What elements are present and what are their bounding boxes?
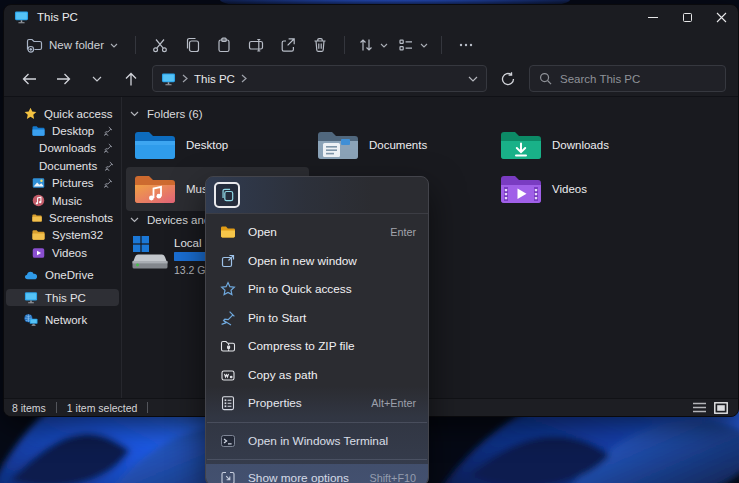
sidebar-item-documents[interactable]: Documents — [6, 157, 119, 174]
delete-button[interactable] — [305, 31, 335, 59]
rename-button[interactable] — [241, 31, 271, 59]
folders-section-header[interactable]: Folders (6) — [126, 107, 738, 121]
items-count: 8 items — [12, 402, 46, 414]
pin-start-icon — [220, 310, 236, 326]
copy-as-path-icon — [220, 367, 236, 383]
menu-item-open[interactable]: Open Enter — [206, 218, 428, 247]
chevron-down-icon — [92, 76, 102, 82]
folder-tile-videos[interactable]: Videos — [492, 167, 675, 211]
statusbar-divider — [56, 402, 57, 413]
menu-divider — [207, 459, 427, 460]
up-button[interactable] — [118, 66, 144, 92]
sidebar-item-music[interactable]: Music — [6, 192, 119, 209]
show-more-icon — [220, 470, 236, 483]
search-input[interactable] — [560, 73, 716, 85]
sidebar-item-system32[interactable]: System32 — [6, 227, 119, 244]
selection-count: 1 item selected — [67, 402, 138, 414]
breadcrumb-chevron-icon[interactable] — [182, 74, 188, 83]
sidebar-item-label: Downloads — [39, 142, 96, 154]
menu-item-label: Pin to Start — [248, 311, 306, 325]
collapse-chevron-icon[interactable] — [130, 217, 139, 223]
desktop-folder-icon — [32, 125, 45, 137]
delete-icon — [312, 37, 328, 53]
sidebar-item-this-pc[interactable]: This PC — [6, 289, 119, 306]
folder-tile-desktop[interactable]: Desktop — [126, 123, 309, 167]
pin-icon — [103, 178, 113, 188]
forward-button[interactable] — [50, 66, 76, 92]
cut-button[interactable] — [145, 31, 175, 59]
menu-item-copy-as-path[interactable]: Copy as path — [206, 361, 428, 390]
folder-tile-label: Documents — [369, 139, 427, 151]
chevron-down-icon — [420, 43, 428, 48]
details-view-button[interactable] — [690, 400, 708, 415]
collapse-chevron-icon[interactable] — [130, 111, 139, 117]
sidebar-item-videos[interactable]: Videos — [6, 244, 119, 261]
menu-item-show-more-options[interactable]: Show more options Shift+F10 — [206, 464, 428, 483]
menu-item-properties[interactable]: Properties Alt+Enter — [206, 389, 428, 418]
maximize-button[interactable] — [670, 5, 704, 29]
this-pc-icon — [161, 72, 176, 86]
recent-locations-button[interactable] — [84, 66, 110, 92]
new-folder-button[interactable]: New folder — [18, 31, 126, 59]
sort-button[interactable] — [354, 31, 392, 59]
menu-item-open-in-windows-terminal[interactable]: Open in Windows Terminal — [206, 427, 428, 456]
share-button[interactable] — [273, 31, 303, 59]
network-icon — [24, 313, 38, 326]
sidebar-item-screenshots[interactable]: Screenshots — [6, 209, 119, 226]
window-controls — [636, 5, 738, 29]
desktop-folder-icon — [134, 128, 176, 162]
refresh-button[interactable] — [495, 66, 521, 92]
sidebar-item-network[interactable]: Network — [6, 311, 119, 328]
copy-button[interactable] — [177, 31, 207, 59]
minimize-button[interactable] — [636, 5, 670, 29]
sidebar-item-onedrive[interactable]: OneDrive — [6, 267, 119, 284]
this-pc-icon — [24, 291, 38, 304]
folder-tile-label: Desktop — [186, 139, 228, 151]
view-button[interactable] — [394, 31, 432, 59]
more-options-button[interactable] — [451, 31, 481, 59]
back-button[interactable] — [16, 66, 42, 92]
sidebar-item-label: Pictures — [52, 177, 94, 189]
search-box[interactable] — [529, 65, 726, 92]
sidebar-item-quick-access[interactable]: Quick access — [6, 105, 119, 122]
rename-icon — [248, 37, 264, 53]
large-icons-view-button[interactable] — [712, 400, 730, 415]
sort-icon — [358, 37, 374, 53]
sidebar-item-desktop[interactable]: Desktop — [6, 122, 119, 139]
menu-item-shortcut: Shift+F10 — [369, 472, 416, 483]
share-icon — [280, 37, 296, 53]
address-bar[interactable]: This PC — [152, 65, 487, 92]
menu-item-pin-to-quick-access[interactable]: Pin to Quick access — [206, 275, 428, 304]
menu-item-shortcut: Alt+Enter — [371, 397, 416, 409]
copy-command-button[interactable] — [214, 182, 240, 208]
breadcrumb[interactable]: This PC — [194, 73, 235, 85]
address-dropdown-icon[interactable] — [468, 76, 478, 82]
star-icon — [24, 107, 37, 120]
sidebar-item-label: Screenshots — [49, 212, 113, 224]
sidebar-item-label: Network — [45, 314, 87, 326]
menu-item-pin-to-start[interactable]: Pin to Start — [206, 304, 428, 333]
pin-icon — [104, 161, 114, 171]
folders-section-label: Folders (6) — [147, 108, 203, 120]
sidebar-item-downloads[interactable]: Downloads — [6, 140, 119, 157]
maximize-icon — [683, 13, 692, 22]
pin-icon — [103, 143, 113, 153]
paste-button[interactable] — [209, 31, 239, 59]
sidebar-item-label: OneDrive — [45, 269, 94, 281]
sidebar-item-label: Documents — [39, 160, 97, 172]
sidebar-item-pictures[interactable]: Pictures — [6, 175, 119, 192]
menu-item-compress-to-zip[interactable]: Compress to ZIP file — [206, 332, 428, 361]
details-view-icon — [693, 402, 706, 413]
menu-item-open-in-new-window[interactable]: Open in new window — [206, 247, 428, 276]
folder-tile-documents[interactable]: Documents — [309, 123, 492, 167]
close-button[interactable] — [704, 5, 738, 29]
breadcrumb-chevron-icon[interactable] — [241, 74, 247, 83]
folder-tile-downloads[interactable]: Downloads — [492, 123, 675, 167]
onedrive-icon — [24, 270, 38, 280]
sidebar-item-label: Music — [52, 195, 82, 207]
context-menu-list: Open Enter Open in new window Pin to Qui… — [206, 214, 428, 483]
toolbar-divider — [441, 36, 442, 54]
chevron-down-icon — [110, 43, 118, 48]
view-toggles — [690, 400, 730, 415]
refresh-icon — [500, 71, 516, 87]
